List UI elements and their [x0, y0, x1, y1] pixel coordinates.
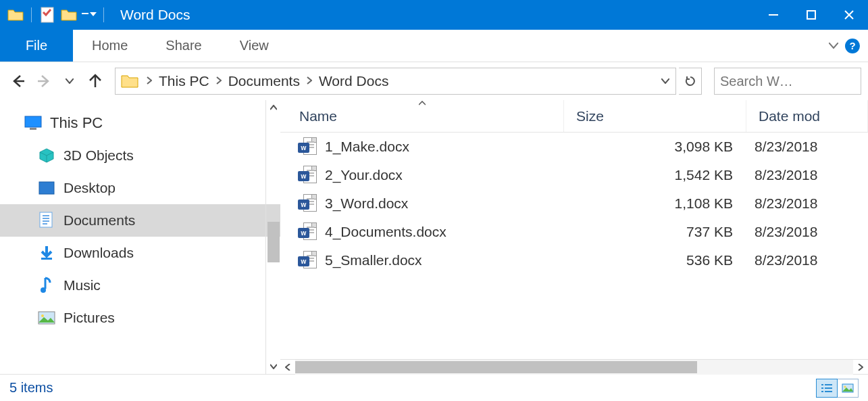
svg-point-10 — [41, 287, 46, 293]
docx-icon: w — [299, 166, 317, 185]
cube-icon — [38, 147, 55, 164]
svg-rect-14 — [825, 384, 832, 385]
svg-point-12 — [41, 314, 44, 317]
recent-locations-button[interactable] — [58, 70, 81, 93]
window-title: Word Docs — [120, 7, 190, 23]
column-size[interactable]: Size — [564, 100, 746, 132]
qat-folder-icon[interactable] — [7, 6, 24, 24]
tab-home[interactable]: Home — [73, 30, 147, 62]
tree-documents[interactable]: Documents — [0, 204, 280, 237]
nav-row: This PC Documents Word Docs — [0, 62, 868, 100]
file-list: w 1_Make.docx 3,098 KB 8/23/2018 w 2_You… — [280, 133, 868, 359]
breadcrumb-documents[interactable]: Documents — [224, 73, 304, 89]
file-row[interactable]: w 4_Documents.docx 737 KB 8/23/2018 — [280, 218, 868, 246]
file-date: 8/23/2018 — [746, 252, 868, 268]
svg-rect-5 — [25, 116, 41, 127]
forward-button[interactable] — [32, 70, 55, 93]
search-box[interactable] — [714, 68, 861, 95]
column-size-label: Size — [576, 108, 604, 124]
tree-label: Pictures — [63, 310, 115, 326]
up-button[interactable] — [84, 70, 107, 93]
tab-share[interactable]: Share — [147, 30, 220, 62]
music-icon — [38, 277, 55, 294]
svg-rect-17 — [821, 391, 823, 392]
svg-rect-15 — [821, 387, 823, 389]
svg-rect-7 — [39, 182, 54, 194]
scroll-right-icon[interactable] — [853, 360, 868, 375]
help-icon[interactable]: ? — [845, 39, 860, 53]
docx-icon: w — [299, 194, 317, 213]
svg-rect-9 — [41, 258, 52, 260]
sort-indicator-icon — [419, 99, 426, 107]
file-name: 1_Make.docx — [325, 139, 409, 155]
view-thumbnails-button[interactable] — [837, 379, 859, 398]
file-size: 536 KB — [564, 252, 746, 268]
file-tab[interactable]: File — [0, 30, 73, 62]
file-date: 8/23/2018 — [746, 195, 868, 212]
tree-label: Documents — [63, 212, 135, 229]
file-name: 5_Smaller.docx — [325, 252, 422, 268]
view-details-button[interactable] — [816, 379, 838, 398]
svg-rect-8 — [40, 212, 52, 227]
tree-pictures[interactable]: Pictures — [0, 302, 280, 334]
minimize-button[interactable] — [755, 0, 792, 30]
qat-newfolder-icon[interactable] — [60, 6, 78, 24]
scroll-thumb[interactable] — [267, 222, 280, 262]
tree-this-pc[interactable]: This PC — [0, 107, 280, 139]
tree-desktop[interactable]: Desktop — [0, 172, 280, 204]
file-size: 1,108 KB — [564, 195, 746, 212]
svg-rect-18 — [825, 391, 832, 392]
tree-downloads[interactable]: Downloads — [0, 237, 280, 269]
breadcrumb-this-pc[interactable]: This PC — [155, 73, 213, 89]
tree-label: This PC — [50, 114, 103, 132]
chevron-right-icon[interactable] — [144, 76, 155, 87]
nav-scrollbar[interactable] — [265, 100, 280, 374]
file-name: 4_Documents.docx — [325, 224, 446, 240]
titlebar: Word Docs — [0, 0, 868, 30]
address-folder-icon — [120, 71, 140, 91]
monitor-icon — [24, 114, 42, 132]
file-row[interactable]: w 3_Word.docx 1,108 KB 8/23/2018 — [280, 189, 868, 218]
qat-properties-icon[interactable] — [39, 6, 56, 24]
scroll-down-icon[interactable] — [266, 359, 280, 374]
file-size: 1,542 KB — [564, 167, 746, 183]
file-date: 8/23/2018 — [746, 167, 868, 183]
column-name[interactable]: Name — [280, 100, 564, 132]
back-button[interactable] — [7, 70, 30, 93]
file-name: 2_Your.docx — [325, 167, 403, 183]
qat-customize-icon[interactable] — [82, 12, 97, 18]
search-input[interactable] — [720, 74, 868, 89]
scroll-thumb[interactable] — [295, 361, 697, 373]
chevron-right-icon[interactable] — [213, 76, 224, 87]
svg-rect-13 — [821, 384, 823, 385]
maximize-button[interactable] — [792, 0, 830, 30]
tree-label: Desktop — [63, 180, 116, 196]
svg-rect-6 — [30, 128, 36, 130]
refresh-button[interactable] — [679, 68, 702, 95]
svg-rect-3 — [807, 11, 815, 19]
close-button[interactable] — [830, 0, 868, 30]
address-dropdown-icon[interactable] — [655, 78, 675, 84]
column-date[interactable]: Date mod — [746, 100, 868, 132]
tab-view[interactable]: View — [221, 30, 288, 62]
tree-label: Downloads — [63, 245, 134, 261]
column-name-label: Name — [299, 108, 337, 124]
scroll-up-icon[interactable] — [266, 100, 280, 115]
file-row[interactable]: w 5_Smaller.docx 536 KB 8/23/2018 — [280, 246, 868, 275]
svg-rect-0 — [41, 7, 53, 22]
address-bar[interactable]: This PC Documents Word Docs — [115, 68, 676, 95]
tree-music[interactable]: Music — [0, 269, 280, 302]
file-date: 8/23/2018 — [746, 139, 868, 155]
docx-icon: w — [299, 251, 317, 270]
qat-separator — [31, 7, 32, 22]
horizontal-scrollbar[interactable] — [280, 359, 868, 374]
svg-rect-2 — [769, 14, 778, 16]
scroll-left-icon[interactable] — [280, 360, 295, 375]
tree-3d-objects[interactable]: 3D Objects — [0, 139, 280, 172]
breadcrumb-current[interactable]: Word Docs — [315, 73, 392, 89]
file-row[interactable]: w 1_Make.docx 3,098 KB 8/23/2018 — [280, 133, 868, 161]
file-size: 737 KB — [564, 224, 746, 240]
ribbon-collapse-icon[interactable] — [829, 39, 838, 53]
chevron-right-icon[interactable] — [304, 76, 315, 87]
file-row[interactable]: w 2_Your.docx 1,542 KB 8/23/2018 — [280, 161, 868, 189]
